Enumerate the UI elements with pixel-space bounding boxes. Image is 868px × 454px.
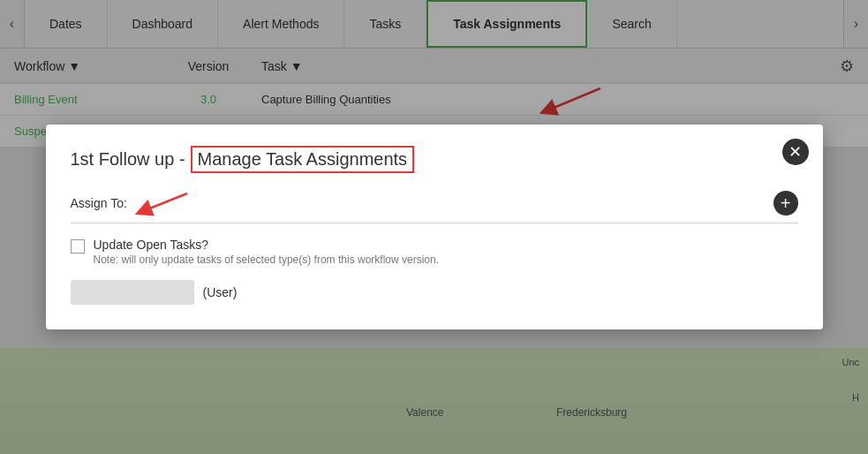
modal-close-button[interactable]: ✕ [782,139,809,165]
manage-task-assignments-modal: ✕ 1st Follow up - Manage Task Assignment… [46,125,823,329]
add-icon: + [781,193,791,214]
assign-add-button[interactable]: + [774,191,798,216]
modal-title-prefix: 1st Follow up - [71,149,185,170]
user-type-label: (User) [203,285,238,299]
assign-to-row: Assign To: + [71,191,798,223]
update-open-tasks-label: Update Open Tasks? [94,238,440,252]
modal-title-highlighted: Manage Task Assignments [191,146,415,173]
update-open-tasks-note: Note: will only update tasks of selected… [94,253,440,266]
user-row: (User) [71,280,798,305]
user-name-placeholder [71,280,194,305]
update-open-tasks-row: Update Open Tasks? Note: will only updat… [71,238,798,266]
modal-overlay: ✕ 1st Follow up - Manage Task Assignment… [0,0,868,454]
assign-arrow-annotation [125,189,196,221]
modal-title: 1st Follow up - Manage Task Assignments [71,146,798,173]
close-icon: ✕ [789,142,802,162]
update-open-tasks-checkbox[interactable] [71,239,85,253]
